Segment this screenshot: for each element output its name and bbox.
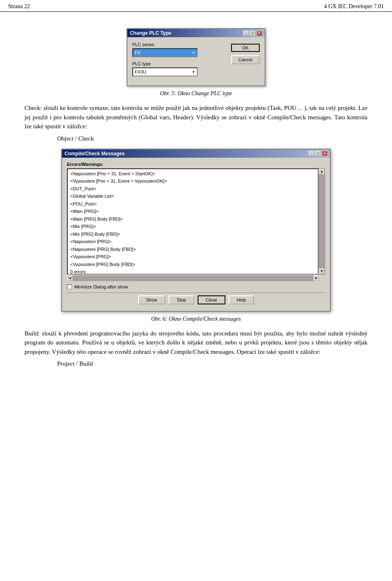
plc-series-row: FX ▼ <box>132 48 221 57</box>
list-item[interactable]: <DUT_Pool> <box>69 185 316 193</box>
scroll-track <box>319 174 325 268</box>
ok-button[interactable]: OK <box>231 44 260 52</box>
paragraph-2: Build: slouží k převedení programovacího… <box>24 329 368 357</box>
list-item[interactable]: <Main [PRG]> <box>69 208 316 215</box>
horizontal-scroll-area: ◄ ► <box>67 275 325 281</box>
errors-label: Errors/Warnings: <box>67 162 325 167</box>
list-item[interactable]: <Main [PRG] Body [FBD]> <box>69 215 316 223</box>
list-item[interactable]: <Mix [PRG] Body [FBD]> <box>69 230 316 238</box>
plc-type-label: PLC type <box>132 61 221 66</box>
compile-titlebar-controls: _ □ ✕ <box>309 151 327 156</box>
cancel-button[interactable]: Cancel <box>231 55 260 64</box>
compile-title: Compile/Check Messages <box>65 151 125 156</box>
scroll-up-btn[interactable]: ▲ <box>319 169 325 174</box>
plc-series-select[interactable]: FX ▼ <box>132 48 198 57</box>
plc-type-value: FX3U <box>135 69 146 74</box>
paragraph-1: Check: slouží ke kontrole syntaxe, tato … <box>24 103 368 131</box>
close-button-compile[interactable]: Close <box>198 295 225 304</box>
minimize-checkbox[interactable] <box>67 284 72 289</box>
dialog-fields: PLC series FX ▼ PLC type FX3U ▼ <box>132 42 221 80</box>
change-plc-dialog-container: Change PLC Type _ □ ✕ PLC series FX ▼ <box>24 28 368 86</box>
help-button[interactable]: Help <box>229 295 254 304</box>
menu-path-2: Project / Build <box>57 360 368 367</box>
errors-list-wrapper: <Napousteni [Prio = 31, Event = StartOK]… <box>67 168 325 275</box>
compile-titlebar: Compile/Check Messages _ □ ✕ <box>62 150 330 158</box>
list-item[interactable]: <Napousteni [Prio = 31, Event = StartOK]… <box>69 170 316 178</box>
titlebar-controls: _ □ ✕ <box>243 31 262 36</box>
page-title-right: 4 GX IEC Developer 7.01 <box>324 3 384 10</box>
plc-series-label: PLC series <box>132 42 221 47</box>
h-scroll-track <box>73 275 314 281</box>
list-item[interactable]: <Napousteni [PRG]> <box>69 238 316 246</box>
plc-series-arrow: ▼ <box>192 51 195 55</box>
list-item[interactable]: <Vypousteni [PRG] Body [FBD]> <box>69 261 316 268</box>
minimize-row: Minimize Dialog after show <box>67 284 325 289</box>
list-item[interactable]: 0 errors <box>69 268 316 275</box>
scroll-right-btn[interactable]: ► <box>314 275 319 281</box>
compile-minimize-btn[interactable]: _ <box>309 151 314 156</box>
menu-path-1: Object / Check <box>57 135 368 142</box>
stop-button[interactable]: Stop <box>169 295 194 304</box>
change-plc-titlebar: Change PLC Type _ □ ✕ <box>127 29 265 37</box>
show-button[interactable]: Show <box>138 295 166 304</box>
list-item[interactable]: <Vypousteni [Prio = 31, Event = Vypouste… <box>69 177 316 185</box>
compile-maximize-btn[interactable]: □ <box>315 151 321 156</box>
fields-and-buttons: PLC series FX ▼ PLC type FX3U ▼ <box>132 42 260 80</box>
caption-1: Obr. 5: Okno Change PLC type <box>24 90 368 97</box>
compile-dialog-container: Compile/Check Messages _ □ ✕ Errors/Warn… <box>24 149 368 312</box>
close-button[interactable]: ✕ <box>256 31 262 36</box>
compile-buttons: Show Stop Close Help <box>67 293 325 307</box>
list-item[interactable]: <Vypousteni [PRG]> <box>69 253 316 261</box>
plc-series-value: FX <box>135 50 140 55</box>
plc-type-row: FX3U ▼ <box>132 67 221 76</box>
minimize-label: Minimize Dialog after show <box>74 284 128 289</box>
change-plc-dialog: Change PLC Type _ □ ✕ PLC series FX ▼ <box>127 28 265 86</box>
compile-dialog: Compile/Check Messages _ □ ✕ Errors/Warn… <box>61 149 331 312</box>
compile-close-btn[interactable]: ✕ <box>322 151 327 156</box>
scroll-corner <box>319 275 325 281</box>
change-plc-body: PLC series FX ▼ PLC type FX3U ▼ <box>127 37 265 85</box>
maximize-button[interactable]: □ <box>250 31 256 36</box>
plc-type-arrow: ▼ <box>192 70 195 74</box>
list-item[interactable]: <POU_Pool> <box>69 200 316 208</box>
vertical-scrollbar[interactable]: ▲ ▼ <box>318 168 325 275</box>
plc-type-select[interactable]: FX3U ▼ <box>132 67 198 76</box>
list-item[interactable]: <Napousteni [PRG] Body [FBD]> <box>69 246 316 253</box>
scroll-down-btn[interactable]: ▼ <box>319 268 325 274</box>
minimize-button[interactable]: _ <box>243 31 249 36</box>
dialog-action-buttons: OK Cancel <box>231 42 260 80</box>
list-item[interactable]: <Mix [PRG]> <box>69 223 316 230</box>
list-item[interactable]: <Global Variable List> <box>69 192 316 200</box>
change-plc-title: Change PLC Type <box>130 30 172 36</box>
caption-2: Obr. 6: Okno Compile/Check messages <box>24 316 368 322</box>
compile-body: Errors/Warnings: <Napousteni [Prio = 31,… <box>62 158 330 311</box>
errors-list[interactable]: <Napousteni [Prio = 31, Event = StartOK]… <box>67 168 318 275</box>
page-number-left: Strana 22 <box>8 3 30 10</box>
scroll-left-btn[interactable]: ◄ <box>67 275 73 281</box>
